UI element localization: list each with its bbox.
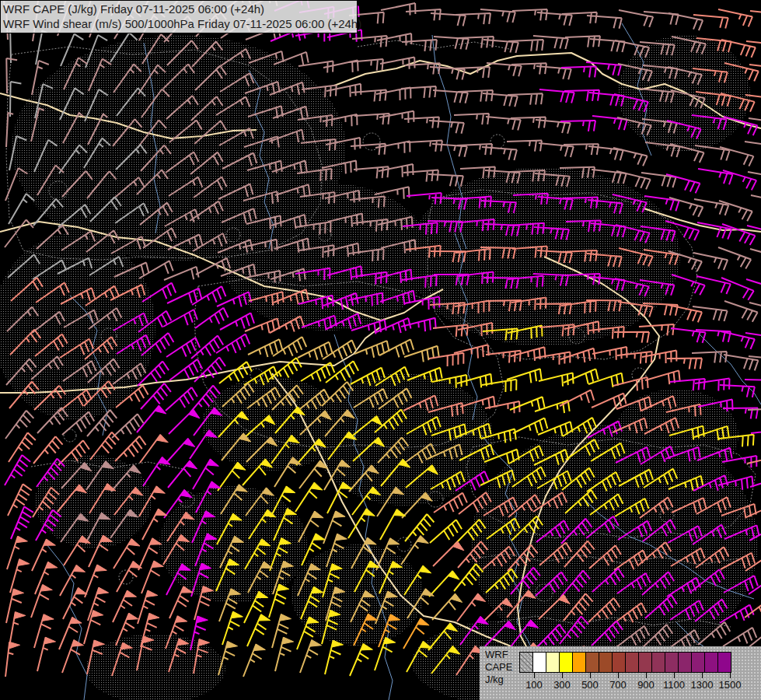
title-line-cape: WRF CAPE (J/kg) Friday 07-11-2025 06:00 … (3, 2, 354, 16)
wind-barb (457, 144, 492, 155)
wind-barb (560, 390, 594, 406)
wind-barb-pennant (128, 539, 140, 546)
wind-barb (560, 348, 595, 362)
wind-barb (513, 418, 547, 433)
wind-barb (428, 174, 463, 187)
wind-barb (195, 308, 229, 328)
wind-barb-pennant (180, 490, 192, 498)
wind-barb-pennant (183, 439, 195, 447)
cape-contour-blob (490, 135, 504, 149)
wind-barb-pennant (72, 640, 83, 647)
wind-barb-pennant (155, 405, 166, 414)
wind-barb (354, 341, 389, 358)
wind-barb (511, 347, 546, 361)
wind-barb (613, 148, 648, 166)
wind-barb (511, 63, 546, 74)
wind-barb (379, 164, 414, 177)
wind-barb-pennant (18, 559, 30, 566)
wind-barb (750, 249, 761, 268)
title-line-shear: WRF Wind shear (m/s) 500/1000hPa Friday … (3, 16, 354, 31)
legend-label-unit: J/kg (485, 674, 512, 686)
wind-barb-pennant (335, 534, 347, 541)
wind-barb (613, 377, 648, 391)
wind-barb (6, 58, 17, 93)
wind-barb (430, 520, 462, 543)
legend-color-box (559, 652, 573, 673)
legend-tick-mark (590, 673, 591, 678)
wind-barb (561, 66, 596, 77)
wind-barb (533, 36, 568, 49)
wind-barb (166, 338, 200, 357)
wind-barb (11, 506, 33, 539)
wind-barb-pennant (448, 571, 459, 579)
wind-barb-pennant (282, 637, 294, 644)
wind-barb (458, 90, 493, 101)
legend-color-scale (520, 652, 731, 673)
wind-barb-pennant (417, 536, 428, 544)
wind-barb (645, 370, 680, 384)
wind-barb-pennant (284, 486, 295, 493)
wind-barb-pennant (420, 565, 431, 573)
wind-barb (670, 379, 705, 390)
wind-barb-pennant (14, 612, 26, 619)
wind-barb (403, 170, 438, 182)
wind-barb (693, 306, 728, 321)
legend-tick-value: 500 (574, 679, 606, 691)
wind-barb (720, 385, 755, 397)
wind-barb (508, 40, 543, 51)
wind-barb (539, 373, 574, 386)
wind-barb-pennant (207, 459, 218, 466)
wind-barb (565, 36, 600, 47)
wind-barb-pennant (197, 616, 208, 623)
wind-barb-pennant (97, 587, 109, 594)
wind-barb (614, 332, 649, 343)
wind-barb-pennant (280, 614, 291, 621)
wind-barb (354, 166, 389, 178)
wind-barb-pennant (148, 613, 159, 620)
legend-color-box (651, 652, 665, 673)
wind-barb-pennant (417, 618, 429, 625)
wind-barb-pennant (156, 435, 168, 443)
legend-color-box (572, 652, 586, 673)
wind-barb (248, 339, 282, 357)
legend-tick-value: 100 (518, 679, 550, 691)
cape-stipple-patch (222, 183, 431, 331)
wind-barb (404, 117, 439, 128)
wind-barb (433, 325, 468, 337)
wind-barb-pennant (312, 511, 323, 518)
legend-tick-value: 1500 (714, 679, 745, 691)
wind-barb (535, 401, 570, 413)
wind-barb-pennant (12, 589, 24, 596)
wind-barb (380, 57, 415, 68)
wind-barb (216, 334, 250, 354)
wind-barb-pennant (333, 511, 345, 517)
wind-barb-pennant (73, 565, 85, 572)
wind-barb-pennant (40, 585, 52, 592)
wind-barb (5, 455, 30, 485)
map-canvas (0, 0, 761, 700)
wind-barb (351, 90, 386, 102)
legend-label-model: WRF (485, 649, 512, 661)
wind-barb (507, 369, 542, 383)
legend-color-box (519, 652, 533, 673)
wind-barb-pennant (394, 509, 406, 516)
legend-tick-value: 900 (630, 679, 662, 691)
wind-barb (377, 33, 411, 45)
legend-color-box (625, 652, 639, 673)
wind-barb-pennant (363, 509, 375, 516)
legend-tick-value: 300 (546, 679, 578, 691)
wind-barb-pennant (451, 593, 463, 602)
legend-tick-value: 700 (602, 679, 634, 691)
legend-color-box (678, 652, 692, 673)
wind-barb (379, 111, 414, 123)
legend-tick-mark (674, 673, 675, 678)
wind-barb (220, 313, 254, 330)
wind-barb (406, 9, 441, 20)
wind-barb-pennant (44, 637, 56, 644)
wind-barb (381, 3, 415, 15)
stipple-layer (0, 35, 758, 700)
wind-barb (562, 12, 597, 23)
legend-color-box (585, 652, 599, 673)
wind-barb (693, 15, 728, 28)
wind-barb (429, 353, 463, 366)
